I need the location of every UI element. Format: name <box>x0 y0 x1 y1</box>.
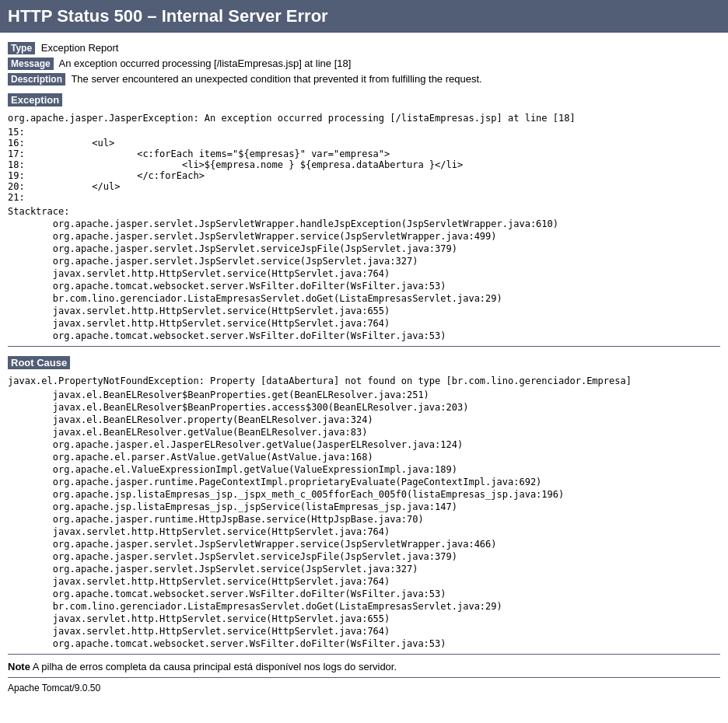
exception-text: org.apache.jasper.JasperException: An ex… <box>8 113 720 124</box>
root-cause-line: org.apache.jasper.runtime.HttpJspBase.se… <box>8 514 720 525</box>
root-cause-line: javax.el.BeanELResolver.property(BeanELR… <box>8 414 720 425</box>
root-cause-text: javax.el.PropertyNotFoundException: Prop… <box>8 375 720 386</box>
root-cause-line: org.apache.tomcat.websocket.server.WsFil… <box>8 589 720 599</box>
root-cause-line: org.apache.jasper.servlet.JspServlet.ser… <box>8 564 720 575</box>
stacktrace-line: javax.servlet.http.HttpServlet.service(H… <box>8 268 720 279</box>
stacktrace-line: javax.servlet.http.HttpServlet.service(H… <box>8 318 720 329</box>
stacktrace-line: org.apache.tomcat.websocket.server.WsFil… <box>8 281 720 292</box>
root-cause-line: javax.servlet.http.HttpServlet.service(H… <box>8 576 720 587</box>
stacktrace-line: org.apache.jasper.servlet.JspServletWrap… <box>8 231 720 242</box>
root-cause-line: org.apache.jasper.servlet.JspServlet.ser… <box>8 551 720 562</box>
stacktrace-line: org.apache.jasper.servlet.JspServlet.ser… <box>8 243 720 254</box>
stacktrace-line: org.apache.jasper.servlet.JspServlet.ser… <box>8 256 720 267</box>
divider-1 <box>8 346 720 347</box>
apache-info: Apache Tomcat/9.0.50 <box>8 683 720 693</box>
root-cause-line: org.apache.jasper.servlet.JspServletWrap… <box>8 539 720 550</box>
stacktrace-section: Stacktrace: org.apache.jasper.servlet.Js… <box>8 206 720 341</box>
root-cause-line: javax.servlet.http.HttpServlet.service(H… <box>8 613 720 624</box>
root-cause-line: org.apache.tomcat.websocket.server.WsFil… <box>8 638 720 649</box>
description-value: The server encountered an unexpected con… <box>71 73 481 85</box>
root-cause-line: org.apache.jasper.el.JasperELResolver.ge… <box>8 439 720 450</box>
message-line: Message An exception occurred processing… <box>8 58 720 70</box>
root-cause-lines: javax.el.BeanELResolver$BeanProperties.g… <box>8 389 720 649</box>
code-lines: 15: 16: <ul> 17: <c:forEach items="${emp… <box>8 127 720 203</box>
root-cause-line: javax.servlet.http.HttpServlet.service(H… <box>8 526 720 537</box>
exception-section: Exception org.apache.jasper.JasperExcept… <box>8 89 720 203</box>
stacktrace-line: javax.servlet.http.HttpServlet.service(H… <box>8 306 720 316</box>
message-value: An exception occurred processing [/lista… <box>59 58 352 69</box>
page-title: HTTP Status 500 – Internal Server Error <box>8 6 328 26</box>
root-cause-section: Root Cause javax.el.PropertyNotFoundExce… <box>8 351 720 649</box>
stacktrace-line: br.com.lino.gerenciador.ListaEmpresasSer… <box>8 293 720 304</box>
divider-2 <box>8 654 720 655</box>
root-cause-line: org.apache.jsp.listaEmpresas_jsp._jspSer… <box>8 501 720 512</box>
stacktrace-lines: org.apache.jasper.servlet.JspServletWrap… <box>8 218 720 341</box>
root-cause-line: org.apache.el.parser.AstValue.getValue(A… <box>8 452 720 463</box>
divider-3 <box>8 677 720 678</box>
root-cause-line: org.apache.jasper.runtime.PageContextImp… <box>8 477 720 487</box>
note-line: Note A pilha de erros completa da causa … <box>8 661 720 672</box>
note-value: A pilha de erros completa da causa princ… <box>33 661 397 672</box>
stacktrace-line: org.apache.tomcat.websocket.server.WsFil… <box>8 330 720 341</box>
root-cause-line: javax.servlet.http.HttpServlet.service(H… <box>8 626 720 637</box>
description-label: Description <box>8 73 65 86</box>
type-label: Type <box>8 42 35 54</box>
description-line: Description The server encountered an un… <box>8 73 720 86</box>
root-cause-line: br.com.lino.gerenciador.ListaEmpresasSer… <box>8 601 720 612</box>
stacktrace-line: org.apache.jasper.servlet.JspServletWrap… <box>8 218 720 229</box>
stacktrace-label: Stacktrace: <box>8 206 720 217</box>
root-cause-label: Root Cause <box>8 356 70 369</box>
root-cause-line: javax.el.BeanELResolver.getValue(BeanELR… <box>8 427 720 438</box>
type-line: Type Exception Report <box>8 42 720 54</box>
root-cause-line: org.apache.jsp.listaEmpresas_jsp._jspx_m… <box>8 489 720 500</box>
note-label: Note <box>8 661 30 672</box>
root-cause-line: javax.el.BeanELResolver$BeanProperties.g… <box>8 389 720 400</box>
exception-label: Exception <box>8 93 62 107</box>
message-label: Message <box>8 58 54 70</box>
header-bar: HTTP Status 500 – Internal Server Error <box>0 0 728 33</box>
root-cause-line: org.apache.el.ValueExpressionImpl.getVal… <box>8 464 720 475</box>
type-value: Exception Report <box>41 42 119 54</box>
root-cause-line: javax.el.BeanELResolver$BeanProperties.a… <box>8 402 720 413</box>
